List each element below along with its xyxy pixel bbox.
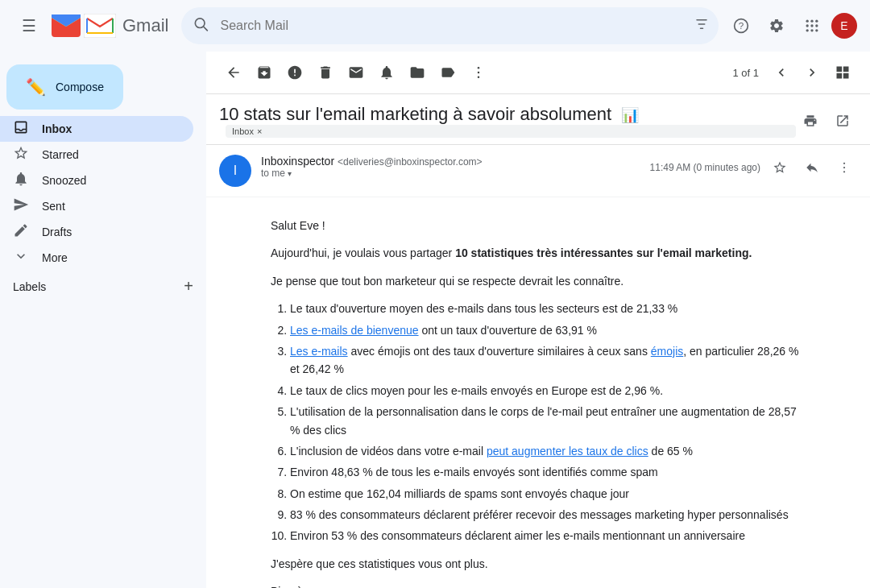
user-avatar[interactable]: E bbox=[831, 13, 857, 39]
search-input[interactable] bbox=[181, 7, 719, 44]
labels-button[interactable] bbox=[433, 58, 462, 87]
print-button[interactable] bbox=[796, 106, 825, 135]
sidebar-item-inbox[interactable]: Inbox bbox=[0, 116, 193, 142]
list-item: Les e-mails avec émojis ont des taux d'o… bbox=[290, 342, 806, 379]
email-body: Salut Eve ! Aujourd'hui, je voulais vous… bbox=[206, 197, 870, 588]
snooze-button[interactable] bbox=[372, 58, 401, 87]
mark-button[interactable] bbox=[342, 58, 371, 87]
delete-button[interactable] bbox=[311, 58, 340, 87]
menu-button[interactable]: ☰ bbox=[13, 10, 45, 42]
sidebar-item-sent[interactable]: Sent bbox=[0, 193, 193, 219]
stat-6a: L'inclusion de vidéos dans votre e-mail bbox=[290, 445, 487, 458]
sender-name-row: Inboxinspector <deliveries@inboxinspecto… bbox=[261, 155, 650, 168]
labels-add-button[interactable]: + bbox=[184, 277, 193, 296]
stat-6-link[interactable]: peut augmenter les taux de clics bbox=[487, 445, 648, 458]
settings-button[interactable] bbox=[760, 10, 793, 42]
stat-5: L'utilisation de la personnalisation dan… bbox=[290, 405, 797, 436]
more-email-options-button[interactable] bbox=[831, 155, 857, 180]
svg-point-16 bbox=[810, 24, 813, 27]
email-meta-info: Inboxinspector <deliveries@inboxinspecto… bbox=[261, 155, 650, 179]
list-item: Les e-mails de bienvenue ont un taux d'o… bbox=[290, 321, 806, 339]
prev-email-button[interactable] bbox=[767, 58, 796, 87]
starred-icon bbox=[13, 145, 29, 164]
help-button[interactable]: ? bbox=[725, 10, 757, 42]
archive-button[interactable] bbox=[250, 58, 279, 87]
compose-pencil-icon: ✏️ bbox=[26, 77, 46, 97]
svg-point-28 bbox=[843, 163, 845, 164]
google-apps-button[interactable] bbox=[796, 10, 828, 42]
sidebar-item-starred[interactable]: Starred bbox=[0, 142, 193, 168]
labels-title: Labels bbox=[13, 280, 46, 293]
list-item: On estime que 162,04 milliards de spams … bbox=[290, 485, 806, 503]
more-icon bbox=[13, 248, 29, 267]
spam-button[interactable] bbox=[280, 58, 309, 87]
email-toolbar: 1 of 1 bbox=[206, 52, 870, 94]
svg-rect-24 bbox=[837, 67, 843, 72]
email-content-area: 1 of 1 10 stats sur l'email marketing à … bbox=[206, 52, 870, 588]
sent-icon bbox=[13, 197, 29, 216]
svg-point-18 bbox=[806, 29, 809, 31]
stat-7: Environ 48,63 % de tous les e-mails envo… bbox=[290, 466, 658, 478]
pagination-info: 1 of 1 bbox=[732, 67, 759, 79]
sidebar-item-drafts[interactable]: Drafts bbox=[0, 219, 193, 245]
svg-point-23 bbox=[478, 77, 480, 79]
to-me-text: to me bbox=[261, 168, 285, 179]
starred-label: Starred bbox=[42, 148, 180, 161]
svg-point-12 bbox=[806, 20, 809, 23]
sender-avatar: I bbox=[219, 155, 251, 187]
stat-3-link2[interactable]: émojis bbox=[651, 345, 683, 358]
stat-2-link[interactable]: Les e-mails de bienvenue bbox=[290, 324, 419, 337]
svg-text:?: ? bbox=[739, 20, 744, 31]
list-item: Le taux de clics moyen pour les e-mails … bbox=[290, 382, 806, 400]
list-item: L'utilisation de la personnalisation dan… bbox=[290, 403, 806, 439]
svg-point-14 bbox=[815, 20, 818, 23]
compose-button[interactable]: ✏️ Compose bbox=[6, 64, 123, 110]
to-me[interactable]: to me ▾ bbox=[261, 168, 650, 179]
intro-paragraph: Aujourd'hui, je voulais vous partager 10… bbox=[271, 244, 806, 262]
stats-list: Le taux d'ouverture moyen des e-mails da… bbox=[290, 300, 806, 545]
sender-email: <deliveries@inboxinspector.com> bbox=[338, 156, 483, 168]
subtext: Je pense que tout bon marketeur qui se r… bbox=[271, 272, 806, 290]
list-item: L'inclusion de vidéos dans votre e-mail … bbox=[290, 442, 806, 460]
svg-point-20 bbox=[815, 29, 818, 31]
subject-actions bbox=[796, 106, 857, 135]
svg-rect-25 bbox=[843, 67, 849, 72]
email-meta-right: 11:49 AM (0 minutes ago) bbox=[650, 155, 857, 180]
svg-point-21 bbox=[478, 67, 480, 69]
inbox-label: Inbox bbox=[42, 122, 180, 135]
more-actions-button[interactable] bbox=[464, 58, 493, 87]
back-button[interactable] bbox=[219, 58, 248, 87]
stat-9: 83 % des consommateurs déclarent préfére… bbox=[290, 508, 789, 521]
email-time: 11:49 AM (0 minutes ago) bbox=[650, 162, 760, 173]
search-options-icon[interactable] bbox=[694, 17, 709, 35]
drafts-label: Drafts bbox=[42, 226, 180, 238]
reply-quick-button[interactable] bbox=[799, 155, 825, 180]
svg-point-17 bbox=[815, 24, 818, 27]
list-item: 83 % des consommateurs déclarent préfére… bbox=[290, 506, 806, 524]
svg-point-22 bbox=[478, 72, 480, 74]
view-toggle-button[interactable] bbox=[828, 58, 857, 87]
stat-6b: de 65 % bbox=[648, 445, 693, 458]
search-bar bbox=[181, 7, 719, 44]
top-right-icons: ? E bbox=[725, 10, 857, 42]
farewell: Bien à vous, bbox=[271, 582, 806, 588]
svg-rect-9 bbox=[700, 28, 704, 30]
stat-3-link[interactable]: Les e-mails bbox=[290, 345, 348, 358]
sidebar-item-snoozed[interactable]: Snoozed bbox=[0, 168, 193, 193]
intro-bold: 10 statistiques très intéressantes sur l… bbox=[455, 246, 752, 259]
sidebar-item-more[interactable]: More bbox=[0, 245, 193, 271]
open-new-window-button[interactable] bbox=[828, 106, 857, 135]
inbox-badge-label: Inbox bbox=[232, 126, 254, 136]
stat-2: ont un taux d'ouverture de 63,91 % bbox=[419, 324, 597, 337]
main-area: ✏️ Compose Inbox Starred bbox=[0, 52, 870, 588]
email-subject-bar: 10 stats sur l'email marketing à savoir … bbox=[206, 94, 870, 145]
star-button[interactable] bbox=[767, 155, 793, 180]
inbox-badge-close[interactable]: × bbox=[257, 126, 262, 136]
svg-rect-26 bbox=[837, 73, 843, 79]
move-button[interactable] bbox=[403, 58, 432, 87]
inbox-badge: Inbox × bbox=[226, 125, 796, 138]
greeting: Salut Eve ! bbox=[271, 217, 806, 234]
list-item: Le taux d'ouverture moyen des e-mails da… bbox=[290, 300, 806, 317]
labels-section: Labels + bbox=[0, 271, 206, 302]
next-email-button[interactable] bbox=[798, 58, 826, 87]
